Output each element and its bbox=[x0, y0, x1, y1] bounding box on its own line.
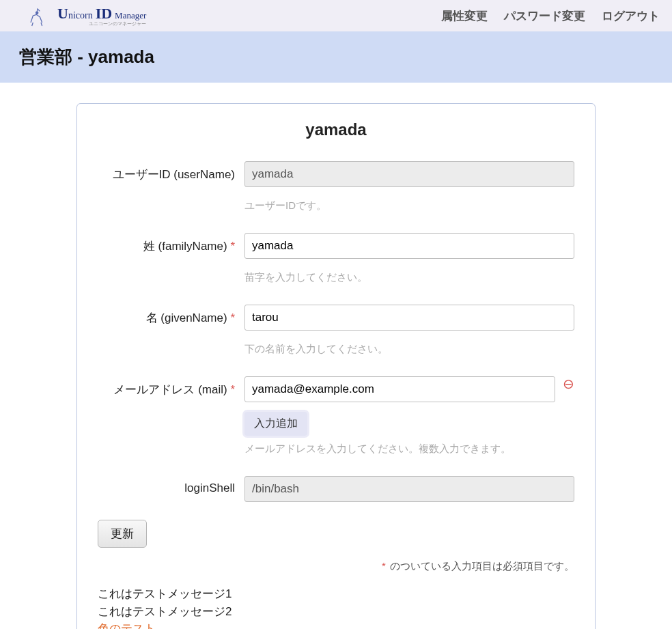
helper-givenname: 下の名前を入力してください。 bbox=[244, 343, 574, 356]
page-title: 営業部 - yamada bbox=[19, 45, 653, 69]
label-givenname: 名 (givenName) bbox=[146, 311, 227, 324]
form-heading: yamada bbox=[98, 120, 574, 139]
top-bar: U nicorn ID Manager ユニコーンのマネージャー 属性変更 パス… bbox=[0, 0, 672, 31]
input-username bbox=[244, 161, 574, 187]
row-mail: メールアドレス (mail) * ⊖ 入力追加 メールアドレスを入力してください… bbox=[98, 376, 574, 456]
input-mail[interactable] bbox=[244, 376, 555, 402]
test-message-1: これはテストメッセージ1 bbox=[98, 585, 574, 603]
nav-links: 属性変更 パスワード変更 ログアウト bbox=[441, 8, 660, 24]
header-strip: 営業部 - yamada bbox=[0, 31, 672, 83]
row-username: ユーザーID (userName) ユーザーIDです。 bbox=[98, 161, 574, 212]
row-loginshell: loginShell bbox=[98, 476, 574, 502]
input-loginshell bbox=[244, 476, 574, 502]
update-button[interactable]: 更新 bbox=[98, 520, 147, 548]
label-username: ユーザーID (userName) bbox=[98, 161, 244, 182]
test-message-2: これはテストメッセージ2 bbox=[98, 603, 574, 621]
required-mail: * bbox=[230, 383, 235, 396]
nav-password-change[interactable]: パスワード変更 bbox=[504, 8, 585, 24]
test-message-colored: 色のテスト bbox=[98, 620, 574, 629]
svg-point-0 bbox=[36, 12, 38, 14]
required-note-mark: * bbox=[382, 560, 386, 572]
remove-mail-icon[interactable]: ⊖ bbox=[562, 377, 574, 391]
helper-familyname: 苗字を入力してください。 bbox=[244, 271, 574, 284]
logo-text-manager: Manager bbox=[115, 11, 146, 20]
logo-subtext: ユニコーンのマネージャー bbox=[57, 21, 146, 26]
required-note-text: のついている入力項目は必須項目です。 bbox=[390, 560, 574, 572]
input-givenname[interactable] bbox=[244, 305, 574, 331]
logo-text-id: ID bbox=[96, 6, 112, 21]
label-loginshell: loginShell bbox=[98, 476, 244, 495]
nav-logout[interactable]: ログアウト bbox=[602, 8, 660, 24]
required-givenname: * bbox=[230, 311, 235, 324]
label-mail: メールアドレス (mail) bbox=[113, 383, 227, 396]
unicorn-icon bbox=[20, 4, 55, 27]
form-card: yamada ユーザーID (userName) ユーザーIDです。 姓 (fa… bbox=[76, 103, 596, 629]
label-familyname: 姓 (familyName) bbox=[143, 240, 227, 253]
add-mail-button[interactable]: 入力追加 bbox=[244, 412, 307, 436]
row-givenname: 名 (givenName) * 下の名前を入力してください。 bbox=[98, 305, 574, 356]
required-familyname: * bbox=[230, 240, 235, 253]
nav-attr-change[interactable]: 属性変更 bbox=[441, 8, 488, 24]
messages: これはテストメッセージ1 これはテストメッセージ2 色のテスト bbox=[98, 585, 574, 629]
logo: U nicorn ID Manager ユニコーンのマネージャー bbox=[20, 4, 146, 27]
helper-mail: メールアドレスを入力してください。複数入力できます。 bbox=[244, 443, 574, 456]
input-familyname[interactable] bbox=[244, 233, 574, 259]
helper-username: ユーザーIDです。 bbox=[244, 199, 574, 212]
required-note: * のついている入力項目は必須項目です。 bbox=[98, 560, 574, 573]
logo-text-u: U bbox=[57, 6, 68, 21]
row-familyname: 姓 (familyName) * 苗字を入力してください。 bbox=[98, 233, 574, 284]
logo-text-nicorn: nicorn bbox=[68, 11, 93, 20]
